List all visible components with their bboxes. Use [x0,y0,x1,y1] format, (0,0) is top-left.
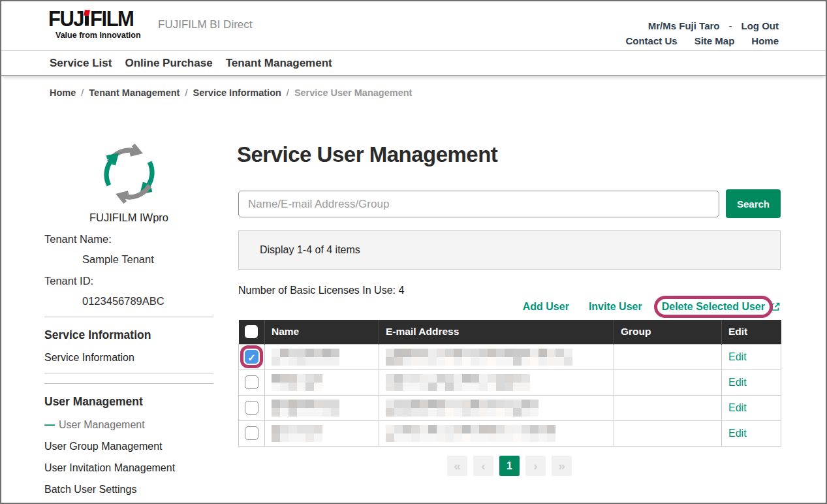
user-name: Mr/Ms Fuji Taro [648,20,720,31]
delete-selected-user-link[interactable]: Delete Selected User [662,301,765,313]
row-checkbox-checked[interactable] [245,350,258,364]
breadcrumb-current: Service User Management [294,87,413,98]
edit-link[interactable]: Edit [728,428,747,439]
group-cell [614,420,722,446]
table-actions: Add User Invite User Delete Selected Use… [237,301,781,313]
header-user-area: Mr/Ms Fuji Taro-Log Out Contact UsSite M… [625,20,779,46]
search-button[interactable]: Search [726,189,781,218]
column-header-group: Group [614,320,722,344]
tenant-name-value: Sample Tenant [44,253,213,266]
select-all-checkbox[interactable] [245,325,258,338]
sidebar-heading-service-information: Service Information [44,328,213,342]
redacted-email [386,374,537,391]
pagination-first-button[interactable]: « [447,456,467,476]
row-checkbox[interactable] [245,426,258,440]
tenant-id-value: 0123456789ABC [44,295,213,307]
edit-link[interactable]: Edit [728,351,747,362]
column-header-email: E-mail Address [379,320,614,344]
sidebar-divider [44,317,213,317]
breadcrumb-separator: / [287,87,289,98]
sidebar: FUJIFILM IWpro Tenant Name: Sample Tenan… [44,129,213,504]
sidebar-item-service-information[interactable]: Service Information [44,352,213,364]
add-user-link[interactable]: Add User [523,301,569,313]
pagination-page-1-button[interactable]: 1 [499,456,520,476]
license-count-text: Number of Basic Licenses In Use: 4 [238,285,404,296]
group-cell [614,370,722,395]
header: FUJFILM Value from Innovation FUJIFILM B… [1,1,826,50]
redacted-name [272,400,345,417]
group-cell [614,344,722,370]
main-nav: Service List Online Purchase Tenant Mana… [1,50,826,76]
sidebar-divider [44,373,213,373]
sidebar-item-batch-user-settings[interactable]: Batch User Settings [44,484,213,496]
nav-service-list[interactable]: Service List [50,57,112,70]
row-checkbox[interactable] [245,401,258,415]
redacted-email [386,425,557,442]
brand-left: FUJ [48,7,84,31]
iwpro-cycle-icon [92,137,166,210]
table-row: Edit [239,344,781,370]
contact-us-link[interactable]: Contact Us [625,35,677,46]
nav-online-purchase[interactable]: Online Purchase [125,57,212,70]
table-row: Edit [239,395,781,420]
tenant-id-label: Tenant ID: [44,275,213,287]
breadcrumb-separator: / [185,87,187,98]
breadcrumb-service-information[interactable]: Service Information [193,87,281,98]
app-title: FUJIFILM BI Direct [158,18,253,31]
fujifilm-wordmark: FUJFILM [48,8,133,29]
row-checkbox[interactable] [245,375,258,389]
user-separator: - [729,20,732,31]
group-cell [614,395,722,420]
search-bar: Search [237,189,781,218]
column-header-name: Name [265,320,379,344]
brand-i-glyph [84,9,89,25]
breadcrumb-home[interactable]: Home [50,87,76,98]
pagination-last-button[interactable]: » [552,456,572,476]
column-header-edit: Edit [722,320,781,344]
sidebar-divider [44,383,213,384]
pagination-prev-button[interactable]: ‹ [473,456,493,476]
table-header-row: Name E-mail Address Group Edit [239,320,781,344]
sidebar-heading-user-management: User Management [44,395,213,409]
home-link[interactable]: Home [751,35,779,46]
product-name: FUJIFILM IWpro [44,212,213,224]
tenant-name-label: Tenant Name: [44,233,213,245]
display-count-box: Display 1-4 of 4 items [238,230,781,270]
site-map-link[interactable]: Site Map [694,35,735,46]
search-input[interactable] [238,191,719,217]
brand-tagline: Value from Innovation [55,31,141,40]
edit-link[interactable]: Edit [728,377,747,388]
logout-link[interactable]: Log Out [741,20,779,31]
main-content: Service User Management Search Display 1… [237,134,781,167]
redacted-email [386,349,576,366]
redacted-name [272,374,322,391]
breadcrumb-tenant-management[interactable]: Tenant Management [89,87,179,98]
nav-tenant-management[interactable]: Tenant Management [226,57,332,70]
sidebar-item-user-invitation-management[interactable]: User Invitation Management [44,462,213,474]
fujifilm-logo: FUJFILM Value from Innovation [48,8,141,40]
external-link-icon [770,302,781,312]
invite-user-link[interactable]: Invite User [589,301,642,313]
display-count-text: Display 1-4 of 4 items [260,244,360,256]
sidebar-item-user-management-current[interactable]: —User Management [44,419,213,431]
current-item-marker: — [44,419,55,430]
pagination: « ‹ 1 › » [238,456,781,476]
row-checkbox-annotation [245,350,258,364]
user-table: Name E-mail Address Group Edit Edit Edit [238,320,781,447]
app-window: FUJFILM Value from Innovation FUJIFILM B… [0,0,827,504]
brand-right: FILM [90,7,133,31]
table-row: Edit [239,370,781,395]
breadcrumb: Home/Tenant Management/Service Informati… [50,87,412,98]
breadcrumb-separator: / [81,87,84,98]
redacted-name [272,349,342,366]
sidebar-item-user-group-management[interactable]: User Group Management [44,441,213,452]
sidebar-item-label: User Management [59,419,145,430]
page-title: Service User Management [237,142,781,167]
pagination-next-button[interactable]: › [525,456,546,476]
redacted-email [386,400,546,417]
table-row: Edit [239,420,781,446]
edit-link[interactable]: Edit [728,402,747,413]
redacted-name [272,425,329,442]
